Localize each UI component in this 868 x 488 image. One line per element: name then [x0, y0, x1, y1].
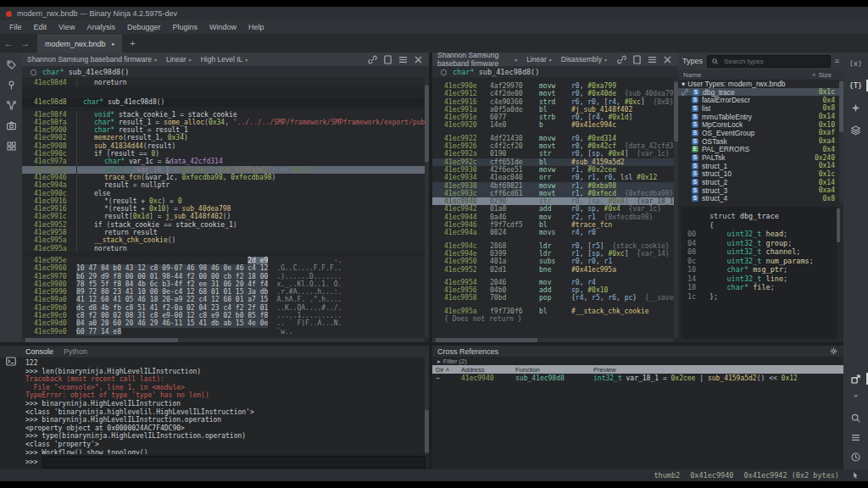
new-tab-button[interactable]: +: [122, 38, 142, 48]
disasm-line[interactable]: 41ec991aa0f5a0debl#j_sub_4148f402: [432, 106, 674, 114]
view-selector[interactable]: Shannon Samsung baseband firmware ▾: [437, 53, 517, 68]
disasm-line[interactable]: 41ec99224df21430movwr0, #0xd314: [432, 135, 674, 142]
hlil-line[interactable]: 41ec995anoreturn: [22, 245, 425, 252]
disasm-line[interactable]: 41ec99384bf69821movwr1, #0xba98: [432, 182, 674, 190]
disasm-line[interactable]: 41ec992a0190strr0, [sp, #0x4] {var_1c} {…: [432, 150, 674, 158]
pane-icon[interactable]: [382, 54, 393, 65]
type-row[interactable]: EPAL_ERRORS0x4: [678, 146, 843, 154]
tag-icon[interactable]: [5, 58, 17, 70]
hlil-line[interactable]: 41ec9916*(result + 0x10) = sub_40dea798: [22, 205, 425, 213]
disasm-line[interactable]: 41ec994c2868ldrr0, [r5] {stack_cookie}: [432, 242, 674, 250]
column-preview[interactable]: Preview: [593, 366, 616, 374]
hlil-line[interactable]: 41ec9916*(result + 0xc) = 0: [22, 197, 425, 205]
link-icon[interactable]: [616, 54, 627, 65]
layers-icon[interactable]: [850, 124, 862, 136]
disasm-line[interactable]: 41ec995604b0addsp, #0x10: [432, 286, 674, 294]
menu-window[interactable]: Window: [203, 23, 242, 31]
hlil-line[interactable]: 41ec98fachar* result_1 = some_alloc(0x34…: [22, 119, 425, 126]
type-row[interactable]: Sstruct_10x14: [678, 162, 843, 170]
xrefs-column-headers[interactable]: Dir ˄ Address Function Preview: [432, 365, 843, 374]
menu-file[interactable]: File: [3, 23, 28, 31]
view-selector[interactable]: Shannon Samsung baseband firmware ▾: [27, 55, 157, 64]
hex-line[interactable]: 41ec99a041 12 68 41 05 46 18 20-a9 22 c4…: [22, 296, 425, 303]
find-icon[interactable]: [850, 412, 862, 424]
hex-line[interactable]: 41ec996010 47 84 b0 43 12 c8 09-07 46 98…: [22, 264, 425, 272]
disasm-line[interactable]: 41ec99440a46movr2, r1 {0xfecdba98}: [432, 214, 674, 221]
disasm-line[interactable]: 41ec995202d1bne#0x41ec995a: [432, 266, 674, 274]
hlil-line[interactable]: 41ec990celse: [22, 190, 425, 197]
type-row[interactable]: SPALTsk0x240: [678, 153, 843, 162]
link-icon[interactable]: [367, 54, 378, 65]
hlil-line[interactable]: 41ec9902memzero(result_1, 0x34): [22, 134, 425, 141]
column-dir[interactable]: Dir: [436, 366, 444, 374]
type-row[interactable]: Sdbg_trace0x1c: [678, 88, 843, 97]
type-preview-scrollbar[interactable]: [837, 207, 840, 339]
disasm-line[interactable]: 41ec992014e0b#0x41ec994c: [432, 121, 674, 129]
snapshot-icon[interactable]: [5, 119, 17, 131]
hlil-vertical-scrollbar[interactable]: [425, 79, 429, 337]
tab-modem-rwx[interactable]: modem_rwx.bndb ●: [37, 35, 122, 53]
hlil-line[interactable]: 41ec9940int32_t var_18_1 = 0x2cee | sub_…: [22, 166, 425, 174]
disasm-line[interactable]: 41ec99542046movr0, r4: [432, 279, 674, 286]
gear-icon[interactable]: [829, 347, 838, 356]
disasm-line[interactable]: 41ec990e4af29970movwr0, #0xa799: [432, 82, 674, 90]
hlil-line[interactable]: 41ec997achar* var_1c = &data_42cfd314: [22, 158, 425, 165]
hlil-horizontal-scrollbar[interactable]: [22, 338, 425, 342]
disasm-line[interactable]: 41ec99400290strr0, [sp, #0x8] {var_18_1}: [432, 197, 674, 205]
xrefs-filter[interactable]: ▸ Filter (2): [432, 357, 843, 365]
cross-references-icon[interactable]: [850, 373, 862, 385]
hlil-line[interactable]: 41ec98f4void* stack_cookie_1 = stack_coo…: [22, 111, 425, 119]
column-function[interactable]: Function: [515, 366, 593, 374]
types-group-row[interactable]: ▾User Types: modem_rwx.bndb: [678, 80, 843, 88]
call-graph-icon[interactable]: [5, 99, 17, 111]
menu-edit[interactable]: Edit: [28, 23, 53, 31]
hlil-line[interactable]: 41ec994aresult = nullptr: [22, 181, 425, 189]
hlil-line[interactable]: 41ec98d8char* sub_41ec98d8(): [22, 98, 425, 106]
type-row[interactable]: SOS_EventGroup0xaf: [678, 129, 843, 137]
type-row[interactable]: Sstruct_100x1c: [678, 170, 843, 179]
components-icon[interactable]: [5, 140, 17, 152]
hex-line[interactable]: 41ec99c0c8 f2 00 02 08 31 c8 e9-00 12 c8…: [22, 312, 425, 319]
hex-line[interactable]: 41ec999089 72 80 23 41 10 00 0e-c4 12 68…: [22, 288, 425, 296]
hlil-line[interactable]: 41ec9908sub_41834d44(result): [22, 142, 425, 150]
types-menu-icon[interactable]: ≡: [835, 57, 839, 65]
menu-help[interactable]: Help: [242, 23, 270, 31]
back-arrow-icon[interactable]: ←: [0, 38, 17, 48]
hex-line[interactable]: 41ec99d004 a0 20 60 20 46 29 46-11 15 41…: [22, 319, 425, 327]
menu-view[interactable]: View: [53, 23, 81, 31]
il-selector[interactable]: High Level IL ▾: [201, 55, 248, 64]
hlil-line[interactable]: 41ec995a__stack_chk_cookie(): [22, 236, 425, 244]
console-output[interactable]: 122>>> len(binaryninja.HighLevelILInstru…: [22, 358, 426, 454]
titlebar[interactable]: modem_rwx.bndb — Binary Ninja 4.2.5975-d…: [0, 7, 868, 20]
column-size[interactable]: Size: [818, 71, 832, 79]
type-row[interactable]: SfatalErrorDescr0x4: [678, 96, 843, 104]
strings-icon[interactable]: ”: [850, 392, 862, 404]
close-icon[interactable]: [413, 54, 424, 65]
disasm-line[interactable]: 41ec991e6077strbr0, [r4, #0x1d]: [432, 114, 674, 121]
column-address[interactable]: Address: [461, 366, 515, 374]
disasm-line[interactable]: 41ec994e0399ldrr1, [sp, #0xc] {var_14}: [432, 250, 674, 258]
hlil-line[interactable]: 41ec9946trace_fcn(&var_1c, 0xfecdba98, 0…: [22, 174, 425, 181]
console-input[interactable]: [42, 456, 426, 469]
hlil-line[interactable]: 41ec9952if (stack_cookie == stack_cookie…: [22, 221, 425, 229]
type-row[interactable]: Slist0x8: [678, 104, 843, 113]
il-selector[interactable]: Disassembly ▾: [561, 55, 607, 64]
console-scrollbar[interactable]: [425, 358, 429, 454]
hlil-line[interactable]: 41ec990cif (result == 0): [22, 150, 425, 158]
hlil-line[interactable]: 41ec991cresult[0x1d] = j_sub_4148f402(): [22, 213, 425, 220]
hex-line[interactable]: 41ec995e 2d e9 -.: [22, 257, 425, 264]
disasm-line[interactable]: 41ec994201a8addr0, sp, #0x4 {var_1c}: [432, 205, 674, 213]
menu-debugger[interactable]: Debugger: [121, 23, 167, 31]
disasm-line[interactable]: 41ec993042f6ee51movwr1, #0x2cee: [432, 166, 674, 174]
layout-selector[interactable]: Linear ▾: [166, 55, 192, 64]
type-row[interactable]: Sstruct_30xa4: [678, 186, 843, 195]
disasm-line[interactable]: 41ec9916c4e90360strdr6, r0, [r4, #0xc] {…: [432, 98, 674, 106]
xref-row[interactable]: →41ec9940sub_41ec98d8int32_t var_18_1 = …: [432, 374, 843, 382]
history-icon[interactable]: [850, 451, 862, 463]
type-row[interactable]: SOSTask0xa4: [678, 137, 843, 146]
terminal-icon[interactable]: [5, 355, 17, 367]
pane-icon[interactable]: [632, 54, 643, 65]
layout-selector[interactable]: Linear ▾: [526, 55, 552, 64]
type-row[interactable]: Sstruct_40x8: [678, 195, 843, 203]
menu-lines-icon[interactable]: [647, 54, 658, 65]
